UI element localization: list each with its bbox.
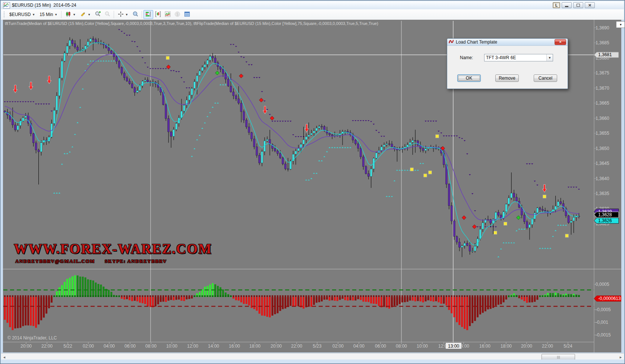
chevron-down-icon: ▼ xyxy=(88,13,91,16)
chart-window-button[interactable] xyxy=(153,10,163,19)
chevron-down-icon: ▼ xyxy=(73,13,76,16)
toolbar-separator xyxy=(114,11,114,18)
svg-text:02:00: 02:00 xyxy=(332,344,344,349)
svg-text:1,3665: 1,3665 xyxy=(596,100,609,106)
svg-text:04:00: 04:00 xyxy=(104,344,115,349)
svg-text:02:00: 02:00 xyxy=(83,344,94,349)
toolbar: $EURUSD ▼ 15 Min ▼ ▼ xyxy=(1,9,624,20)
svg-text:1,3685: 1,3685 xyxy=(596,40,609,45)
line-chart-button[interactable] xyxy=(163,10,173,19)
remove-button[interactable]: Remove xyxy=(495,74,519,82)
area-chart-icon xyxy=(165,11,171,18)
template-combobox[interactable]: TFT 3-4WR 6E ▼ xyxy=(484,54,553,61)
template-combobox-value: TFT 3-4WR 6E xyxy=(484,55,546,60)
cursor-selector[interactable]: ▼ xyxy=(116,10,130,19)
svg-text:-0,0000613: -0,0000613 xyxy=(598,296,621,301)
svg-text:20:00: 20:00 xyxy=(20,344,32,349)
data-box-button[interactable] xyxy=(130,10,140,19)
crosshair-icon xyxy=(118,11,124,18)
watermark-skype: SKYPE: ANDREYBBRV xyxy=(105,258,167,264)
svg-text:16:00: 16:00 xyxy=(479,344,490,349)
watermark-contact: ANDREYBBRV@GMAIL.COM SKYPE: ANDREYBBRV xyxy=(15,258,167,264)
chevron-down-icon: ▼ xyxy=(546,54,553,61)
window-bottom-border xyxy=(1,360,624,363)
zoom-out-icon xyxy=(104,11,111,18)
svg-text:14:00: 14:00 xyxy=(208,344,219,349)
interval-label: 15 Min xyxy=(40,12,53,17)
svg-text:12:00: 12:00 xyxy=(187,344,198,349)
svg-text:18:00: 18:00 xyxy=(249,344,261,349)
svg-text:1,3628: 1,3628 xyxy=(598,212,612,217)
chart-app-icon xyxy=(3,2,10,9)
svg-text:22:00: 22:00 xyxy=(41,344,53,349)
svg-text:5/23: 5/23 xyxy=(313,344,322,349)
dollar-button[interactable]: $ xyxy=(173,10,182,19)
panel-button[interactable] xyxy=(182,10,192,19)
svg-text:0,0005: 0,0005 xyxy=(596,282,609,287)
indicator-parameters-label: tftTurnTrade(Median of $EURUSD (15 Min),… xyxy=(5,21,378,26)
bar-chart-icon xyxy=(145,11,151,18)
zoom-in-button[interactable] xyxy=(93,10,102,19)
dialog-close-button[interactable]: ✕ xyxy=(555,39,566,45)
load-chart-template-dialog: Load Chart Template ✕ Name: TFT 3-4WR 6E… xyxy=(447,38,568,89)
maximize-icon xyxy=(577,4,580,7)
zoom-in-icon xyxy=(95,11,101,18)
svg-text:5/22: 5/22 xyxy=(63,344,72,349)
svg-text:1,3660: 1,3660 xyxy=(596,116,609,121)
magnifier-icon xyxy=(132,11,139,18)
svg-text:13:00: 13:00 xyxy=(448,344,459,349)
link-button[interactable]: L xyxy=(553,2,560,8)
instrument-selector[interactable]: $EURUSD ▼ xyxy=(7,11,37,18)
cancel-button[interactable]: Cancel xyxy=(534,74,557,82)
zoom-out-button[interactable] xyxy=(102,10,112,19)
name-label: Name: xyxy=(460,55,473,60)
window-title: $EURUSD (15 Min) 2014-05-24 xyxy=(12,3,76,8)
svg-text:16:00: 16:00 xyxy=(229,344,240,349)
svg-text:$: $ xyxy=(176,12,179,16)
pencil-icon xyxy=(80,11,86,18)
price-tag: 1,3626 xyxy=(594,218,619,223)
svg-text:-0,0005: -0,0005 xyxy=(596,307,611,312)
chevron-down-icon: ▼ xyxy=(619,23,622,26)
price-tag: 1,3681 xyxy=(594,52,619,58)
dollar-icon: $ xyxy=(174,11,180,18)
svg-text:1,3645: 1,3645 xyxy=(596,161,609,166)
toolbar-separator xyxy=(142,11,142,18)
drawing-tool-selector[interactable]: ▼ xyxy=(78,10,93,19)
svg-text:1,3670: 1,3670 xyxy=(596,86,609,91)
chart-window: $EURUSD (15 Min) 2014-05-24 L ✕ $EURUSD … xyxy=(0,0,625,364)
svg-text:10:00: 10:00 xyxy=(417,344,428,349)
toolbar-separator xyxy=(61,11,61,18)
title-bar[interactable]: $EURUSD (15 Min) 2014-05-24 L ✕ xyxy=(1,1,624,9)
ok-button[interactable]: OK xyxy=(457,74,481,82)
svg-text:08:00: 08:00 xyxy=(145,344,157,349)
svg-text:1,3650: 1,3650 xyxy=(596,146,609,151)
svg-text:04:00: 04:00 xyxy=(353,344,364,349)
candlestick-icon xyxy=(65,11,71,18)
toolbar-grip[interactable] xyxy=(3,11,5,18)
svg-text:5/24: 5/24 xyxy=(564,344,572,349)
minimize-button[interactable] xyxy=(562,2,572,8)
close-icon: ✕ xyxy=(588,3,591,7)
interval-selector[interactable]: 15 Min ▼ xyxy=(37,11,60,18)
svg-text:1,3675: 1,3675 xyxy=(596,70,609,76)
svg-text:08:00: 08:00 xyxy=(396,344,407,349)
watermark-site: WWW.FOREX-WAREZ.COM xyxy=(14,241,212,257)
maximize-button[interactable] xyxy=(573,2,583,8)
price-axis-menu-button[interactable]: ▼ xyxy=(616,21,625,28)
chart-style-selector[interactable]: ▼ xyxy=(63,10,78,19)
candles-bracket-icon xyxy=(155,11,161,18)
svg-text:18:00: 18:00 xyxy=(501,344,512,349)
thumb-grip-icon xyxy=(557,356,560,359)
watermark-email: ANDREYBBRV@GMAIL.COM xyxy=(15,258,95,264)
svg-text:1,3681: 1,3681 xyxy=(598,52,612,57)
chart-panel-button-active[interactable] xyxy=(143,10,153,19)
svg-text:1,3690: 1,3690 xyxy=(596,25,609,31)
svg-text:22:00: 22:00 xyxy=(542,344,553,349)
dialog-title-bar[interactable]: Load Chart Template ✕ xyxy=(447,39,568,46)
chevron-down-icon: ▼ xyxy=(32,13,35,16)
close-button[interactable]: ✕ xyxy=(585,2,595,8)
dialog-title: Load Chart Template xyxy=(456,39,555,45)
svg-text:-0,001: -0,001 xyxy=(596,320,608,325)
close-icon: ✕ xyxy=(559,40,562,44)
